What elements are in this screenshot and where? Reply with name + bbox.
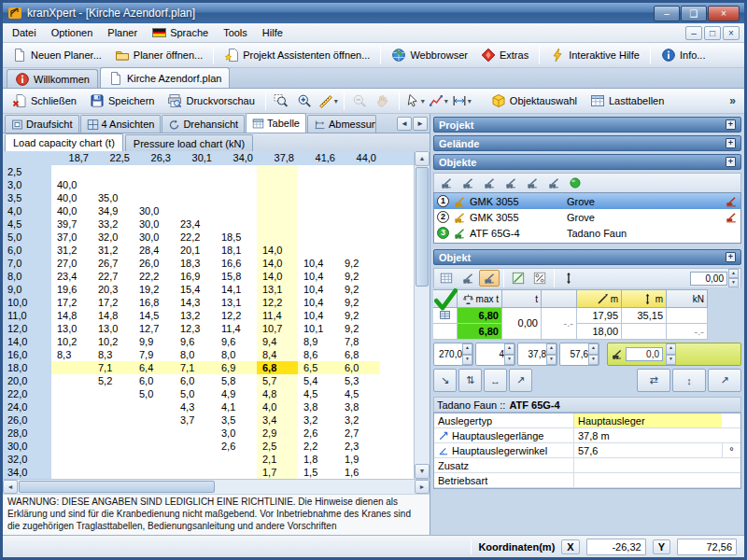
hook-load-field[interactable]: 0,00: [690, 272, 727, 286]
load-cell[interactable]: 12,3: [175, 322, 216, 335]
load-cell[interactable]: [216, 453, 257, 466]
row-header[interactable]: 10,0: [3, 296, 51, 309]
property-row[interactable]: Betriebsart: [434, 473, 740, 488]
remove-object-icon[interactable]: [725, 211, 738, 224]
load-cell[interactable]: 6,8: [339, 348, 380, 361]
load-cell[interactable]: [298, 217, 339, 231]
load-cell[interactable]: 11,4: [216, 322, 257, 335]
mdi-close-button[interactable]: ×: [723, 26, 740, 40]
load-cell[interactable]: [257, 191, 298, 204]
spin-up-icon[interactable]: ▲: [588, 343, 599, 355]
load-cell[interactable]: [134, 178, 175, 191]
load-cell[interactable]: [216, 204, 257, 217]
section-spinner[interactable]: 4 ▲▼: [475, 343, 515, 366]
load-cell[interactable]: 3,2: [298, 413, 339, 427]
row-header[interactable]: 16,0: [3, 348, 51, 361]
rotation-spinner[interactable]: 270,0 ▲▼: [433, 343, 473, 366]
doc-toolbar-right-button-1[interactable]: Lasttabellen: [585, 91, 669, 111]
load-cell[interactable]: [339, 204, 380, 217]
load-cell[interactable]: 32,0: [92, 231, 134, 244]
load-cell[interactable]: [134, 400, 175, 413]
load-cell[interactable]: 3,2: [339, 413, 380, 427]
load-cell[interactable]: 1,7: [257, 466, 298, 479]
load-cell[interactable]: 8,6: [298, 348, 339, 361]
load-cell[interactable]: 28,4: [134, 244, 175, 257]
load-cell[interactable]: [51, 400, 92, 413]
scroll-right-icon[interactable]: ►: [415, 480, 430, 494]
load-cell[interactable]: 40,0: [51, 178, 92, 191]
load-cell[interactable]: 2,5: [257, 440, 298, 453]
load-cell[interactable]: [51, 466, 92, 479]
load-cell[interactable]: 3,8: [298, 400, 339, 413]
load-cell[interactable]: 9,2: [339, 322, 380, 335]
load-cell[interactable]: [339, 178, 380, 191]
crane-tool-button[interactable]: [543, 175, 564, 191]
panel-header-projekt[interactable]: Projekt +: [433, 117, 741, 133]
load-cell[interactable]: 17,2: [92, 296, 134, 309]
spin-down-icon[interactable]: ▼: [666, 355, 676, 366]
load-cell[interactable]: 6,0: [134, 374, 175, 387]
doc-toolbar-button-1[interactable]: Speichern: [84, 91, 161, 111]
load-cell[interactable]: [175, 191, 216, 204]
load-cell[interactable]: 7,1: [92, 361, 134, 374]
load-cell[interactable]: 18,3: [175, 257, 216, 270]
load-cell[interactable]: [216, 178, 257, 191]
crane-tool-button[interactable]: [458, 270, 478, 287]
load-cell[interactable]: 10,4: [298, 296, 339, 309]
hand-button[interactable]: [373, 91, 394, 111]
panel-header-objekt[interactable]: Objekt +: [433, 249, 741, 265]
load-cell[interactable]: 14,1: [216, 283, 257, 296]
crane-tool-button[interactable]: [479, 175, 500, 191]
load-cell[interactable]: 30,0: [134, 204, 175, 217]
load-cell[interactable]: 31,2: [92, 244, 134, 257]
mdi-minimize-button[interactable]: –: [685, 26, 702, 40]
ruler-button[interactable]: ▾: [317, 91, 339, 111]
table-grid-tool-button[interactable]: [436, 270, 457, 287]
load-cell[interactable]: 33,2: [92, 217, 134, 231]
toolbar-button-5[interactable]: Interaktive Hilfe: [544, 45, 645, 65]
load-cell[interactable]: 3,5: [216, 413, 257, 427]
load-cell[interactable]: 6,8: [257, 361, 298, 374]
load-cell[interactable]: 2,1: [257, 453, 298, 466]
load-cell[interactable]: 12,2: [257, 296, 298, 309]
load-cell[interactable]: 13,0: [92, 322, 134, 335]
load-cell[interactable]: 15,4: [175, 283, 216, 296]
load-cell[interactable]: [175, 427, 216, 440]
load-cell[interactable]: 4,3: [175, 400, 216, 413]
boom-length-spinner[interactable]: 37,8 ▲▼: [517, 343, 557, 366]
load-cell[interactable]: 23,4: [51, 270, 92, 283]
hook-load-spinner[interactable]: ▲▼: [728, 269, 739, 287]
load-cell[interactable]: [51, 387, 92, 400]
load-cell[interactable]: [92, 453, 134, 466]
load-cell[interactable]: 13,0: [51, 322, 92, 335]
minimize-button[interactable]: –: [654, 6, 680, 21]
doc-toolbar-right-button-0[interactable]: Objektauswahl: [486, 91, 583, 111]
property-row[interactable]: Hauptauslegerlänge 37,8 m: [434, 428, 740, 443]
load-cell[interactable]: 39,7: [51, 217, 92, 231]
extend-boom-button[interactable]: ↗: [708, 369, 741, 392]
row-header[interactable]: 34,0: [3, 466, 51, 479]
view-tab-2[interactable]: Drehansicht: [162, 115, 245, 133]
load-cell[interactable]: [257, 217, 298, 231]
object-row-2[interactable]: 2GMK 3055Grove: [434, 209, 740, 225]
column-header[interactable]: 37,8: [257, 151, 298, 165]
chevron-down-icon[interactable]: ▾: [334, 97, 338, 105]
load-cell[interactable]: 40,0: [51, 191, 92, 204]
row-header[interactable]: 30,0: [3, 440, 51, 453]
panel-header-objekte[interactable]: Objekte +: [433, 154, 741, 170]
load-cell[interactable]: 4,8: [257, 387, 298, 400]
load-cell[interactable]: 22,2: [175, 231, 216, 244]
row-header[interactable]: 22,0: [3, 387, 51, 400]
load-cell[interactable]: 3,0: [216, 427, 257, 440]
crane-tool-button[interactable]: [479, 270, 500, 287]
load-cell[interactable]: 2,7: [339, 427, 380, 440]
load-cell[interactable]: [257, 204, 298, 217]
spin-up-icon[interactable]: ▲: [666, 343, 676, 355]
load-cell[interactable]: [298, 204, 339, 217]
hookud-tool-button[interactable]: [558, 270, 579, 287]
load-cell[interactable]: 1,5: [298, 466, 339, 479]
load-cell[interactable]: 8,0: [216, 348, 257, 361]
row-header[interactable]: 12,0: [3, 322, 51, 335]
toolbar-button-3[interactable]: Webbrowser: [386, 45, 473, 65]
move-diagonal-up-button[interactable]: ↗: [509, 369, 532, 392]
